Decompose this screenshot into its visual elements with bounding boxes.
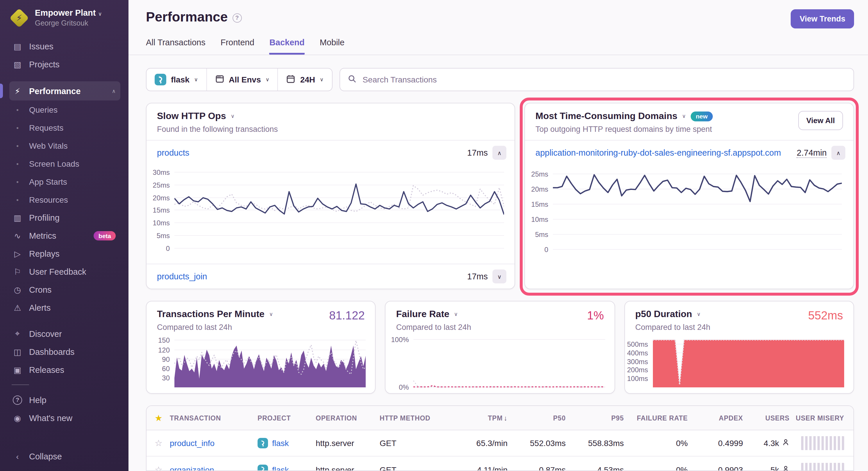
axis-tick-label: 0 [545,246,548,254]
sidebar-item-resources[interactable]: • Resources [9,191,120,208]
transaction-link[interactable]: products [157,148,189,157]
col-failure-rate[interactable]: FAILURE RATE [624,414,688,422]
col-apdex[interactable]: APDEX [688,414,743,422]
page-content: flask ∨ All Envs ∨ 24H [128,55,868,471]
duration-value: 17ms [467,272,488,281]
star-icon[interactable]: ☆ [147,438,170,448]
users-cell: 4.3k [743,438,789,448]
user-feedback-icon: ⚐ [12,267,23,276]
project-link[interactable]: flask [272,465,289,471]
expand-row-button[interactable]: ∨ [492,269,506,283]
page-title: Performance [146,9,227,25]
sidebar-item-metrics[interactable]: ∿ Metrics beta [9,227,120,244]
failure-rate-chart[interactable]: 100%0% [387,337,605,388]
sidebar-item-requests[interactable]: • Requests [9,119,120,136]
collapse-row-button[interactable]: ∧ [831,146,845,160]
tab-backend[interactable]: Backend [270,38,305,55]
col-project[interactable]: PROJECT [257,414,316,422]
y-axis: 500ms400ms300ms200ms100ms [626,337,653,388]
slow-http-chart[interactable]: 30ms25ms20ms15ms10ms5ms0 [148,167,504,248]
sidebar-item-issues[interactable]: ▤ Issues [9,37,120,55]
tab-all-transactions[interactable]: All Transactions [146,38,206,55]
help-icon: ? [13,395,22,404]
bullet-icon: • [12,142,23,149]
domains-card-wrapper: Most Time-Consuming Domains ∨ new Top ou… [524,103,854,289]
failure-rate-title[interactable]: Failure Rate [396,309,450,319]
collapse-row-button[interactable]: ∧ [492,146,506,160]
col-p50[interactable]: P50 [507,414,566,422]
environment-filter[interactable]: All Envs ∨ [206,69,278,91]
sidebar-item-performance[interactable]: ⚡ Performance ∧ [9,81,120,100]
p50-chart[interactable]: 500ms400ms300ms200ms100ms [626,337,844,388]
chart-plot[interactable] [175,337,366,388]
col-http-method[interactable]: HTTP METHOD [380,414,446,422]
transaction-link[interactable]: organization [170,465,257,471]
replays-icon: ▷ [12,249,23,258]
page-header: Performance ? View Trends [128,0,868,29]
view-all-button[interactable]: View All [798,111,843,130]
view-trends-button[interactable]: View Trends [791,9,854,29]
chart-plot[interactable] [653,337,844,388]
chevron-down-icon: ∨ [697,311,701,317]
user-misery-cell [789,463,854,471]
chart-plot[interactable] [414,337,605,388]
axis-tick-label: 400ms [627,349,648,357]
chart-plot[interactable] [553,168,842,250]
sidebar-item-what-s-new[interactable]: ◉ What's new [9,409,120,427]
sidebar-item-dashboards[interactable]: ◫ Dashboards [9,343,120,361]
star-icon[interactable]: ★ [147,413,170,423]
sidebar-item-user-feedback[interactable]: ⚐ User Feedback [9,263,120,280]
slow-http-ops-title[interactable]: Slow HTTP Ops [157,111,226,122]
star-icon[interactable]: ☆ [147,464,170,471]
date-range-filter[interactable]: 24H ∨ [278,69,332,91]
transaction-row: products 17ms ∧ [147,140,515,165]
sidebar-item-help[interactable]: ? Help [9,391,120,409]
domains-title[interactable]: Most Time-Consuming Domains [535,111,677,122]
col-operation[interactable]: OPERATION [316,414,380,422]
col-user-misery[interactable]: USER MISERY [789,414,854,422]
project-link[interactable]: flask [272,438,289,448]
project-filter[interactable]: flask ∨ [147,69,206,91]
sidebar-item-replays[interactable]: ▷ Replays [9,244,120,263]
sidebar-item-projects[interactable]: ▧ Projects [9,55,120,73]
sidebar-item-queries[interactable]: • Queries [9,100,120,119]
user-misery-score-bar [801,463,844,471]
sidebar-item-crons[interactable]: ◷ Crons [9,280,120,299]
org-switcher[interactable]: ⚡ Empower Plant∨ George Gritsouk [9,8,120,28]
projects-icon: ▧ [12,60,23,69]
app-root: ⚡ Empower Plant∨ George Gritsouk ▤ Issue… [0,0,868,471]
sidebar-item-alerts[interactable]: ⚠ Alerts [9,299,120,316]
help-icon[interactable]: ? [232,13,242,23]
col-transaction[interactable]: TRANSACTION [170,414,257,422]
col-tpm[interactable]: TPM↓ [446,414,507,422]
axis-tick-label: 15ms [531,200,548,208]
axis-tick-label: 100ms [627,375,648,383]
chart-plot[interactable] [175,167,504,248]
tpm-chart[interactable]: 150120906030 [148,337,366,388]
sidebar-item-releases[interactable]: ▣ Releases [9,361,120,379]
p50-title[interactable]: p50 Duration [635,309,692,319]
time-spent-value: 2.74min [797,148,827,158]
axis-tick-label: 25ms [153,181,170,189]
search-input[interactable] [361,74,846,85]
col-p95[interactable]: P95 [566,414,624,422]
tab-mobile[interactable]: Mobile [320,38,344,55]
sidebar-item-discover[interactable]: ⌖ Discover [9,325,120,343]
domain-link[interactable]: application-monitoring-ruby-dot-sales-en… [535,148,781,157]
chevron-down-icon: ∨ [194,77,198,82]
transaction-link[interactable]: product_info [170,438,257,448]
sidebar-item-app-starts[interactable]: • App Starts [9,172,120,191]
sidebar-item-screen-loads[interactable]: • Screen Loads [9,155,120,172]
main-area: Performance ? View Trends All Transactio… [128,0,868,471]
flask-icon [257,464,268,471]
sidebar-item-web-vitals[interactable]: • Web Vitals [9,136,120,155]
transaction-link[interactable]: products_join [157,272,207,281]
col-users[interactable]: USERS [743,414,789,422]
bullet-icon: • [12,160,23,167]
sidebar-item-profiling[interactable]: ▥ Profiling [9,208,120,227]
domains-chart[interactable]: 25ms20ms15ms10ms5ms0 [526,168,842,250]
slow-http-ops-subtitle: Found in the following transactions [157,125,278,134]
tab-frontend[interactable]: Frontend [221,38,254,55]
tpm-title[interactable]: Transactions Per Minute [157,309,265,319]
sidebar-collapse[interactable]: ‹ Collapse [9,447,120,465]
